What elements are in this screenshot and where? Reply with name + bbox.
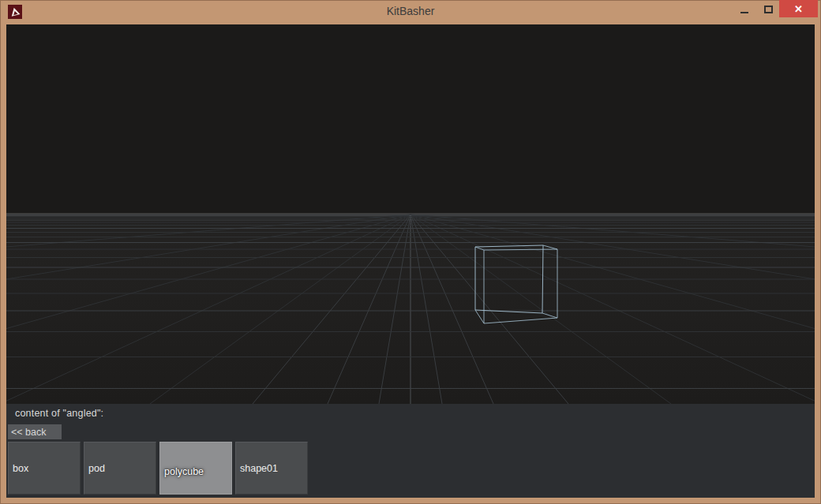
maximize-button[interactable] xyxy=(758,0,778,17)
viewport-3d[interactable] xyxy=(6,24,815,404)
app-window: KitBasher ✕ content of "angled": << back… xyxy=(0,0,821,504)
minimize-button[interactable] xyxy=(733,0,756,17)
close-button[interactable]: ✕ xyxy=(779,0,818,17)
back-button[interactable]: << back xyxy=(8,424,62,439)
minimize-icon xyxy=(740,12,748,13)
item-button-polycube[interactable]: polycube xyxy=(159,442,232,495)
titlebar[interactable]: KitBasher ✕ xyxy=(0,0,821,24)
content-panel: content of "angled": << back box pod pol… xyxy=(6,404,815,498)
maximize-icon xyxy=(764,6,773,13)
viewport-canvas xyxy=(6,24,815,404)
item-button-box[interactable]: box xyxy=(8,442,81,495)
item-list: box pod polycube shape01 xyxy=(8,442,308,495)
panel-label: content of "angled": xyxy=(15,408,103,419)
window-title: KitBasher xyxy=(0,0,821,22)
item-button-shape01[interactable]: shape01 xyxy=(235,442,308,495)
close-icon: ✕ xyxy=(794,3,803,15)
item-button-pod[interactable]: pod xyxy=(84,442,156,495)
